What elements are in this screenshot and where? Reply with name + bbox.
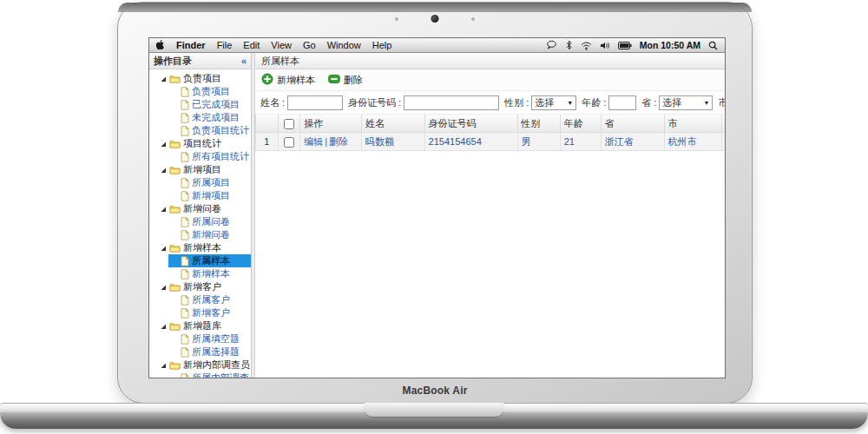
column-header[interactable]: 操作 [300, 115, 362, 133]
bluetooth-icon[interactable] [565, 40, 573, 50]
menu-item-3[interactable]: View [271, 40, 292, 50]
tree-item[interactable]: 所属内部调查员 [149, 372, 251, 378]
delete-button[interactable]: 删除 [328, 74, 363, 87]
tree-item[interactable]: 负责项目 [149, 85, 251, 98]
add-icon [261, 73, 273, 87]
row-number: 1 [256, 133, 279, 151]
tree-item[interactable]: 新增项目 [149, 189, 251, 202]
tree-item[interactable]: 所有项目统计 [149, 150, 251, 163]
screen: FinderFileEditViewGoWindowHelp Mon 10:50… [148, 37, 726, 378]
filter-bar: 姓名:身份证号码:性别:选择▼年龄:省:选择▼市:选择▼区:选择▼ [255, 91, 725, 115]
delete-link[interactable]: 删除 [329, 136, 348, 147]
tree-group[interactable]: 新增问卷 [149, 202, 251, 215]
tree-item[interactable]: 未完成项目 [149, 111, 251, 124]
filter-5: 市:选择▼ [718, 95, 725, 110]
tree-item-selected[interactable]: 所属样本 [168, 254, 251, 267]
filter-select-2[interactable]: 选择▼ [531, 95, 576, 110]
add-sample-button[interactable]: 新增样本 [261, 73, 315, 87]
row-checkbox[interactable] [284, 137, 294, 148]
camera-dot-left [395, 17, 398, 21]
camera-dot-right [471, 17, 475, 21]
tree-group[interactable]: 新增内部调查员 [149, 358, 251, 372]
filter-input-0[interactable] [287, 95, 343, 110]
chat-icon[interactable] [546, 40, 557, 50]
menu-bar: FinderFileEditViewGoWindowHelp Mon 10:50… [149, 38, 725, 53]
tree-item[interactable]: 新增样本 [149, 267, 251, 280]
column-header[interactable]: 身份证号码 [424, 115, 517, 133]
row-checkbox-cell [278, 133, 300, 151]
tree-group[interactable]: 项目统计 [149, 137, 251, 150]
column-header[interactable]: 区 [721, 115, 725, 133]
filter-3: 年龄: [582, 95, 636, 110]
table-row: 1编辑|删除吗数额2154154654男21浙江省杭州市市辖区 [256, 133, 726, 151]
tree-group-label: 新增题库 [183, 319, 221, 332]
column-header[interactable]: 市 [664, 115, 721, 133]
tree-item-label: 新增问卷 [192, 228, 230, 241]
brand-label: MacBook Air [118, 385, 752, 397]
tree-group[interactable]: 新增项目 [149, 163, 251, 176]
tree-item[interactable]: 所属问卷 [149, 215, 251, 228]
column-header[interactable]: 姓名 [361, 115, 424, 133]
apple-menu-icon[interactable] [156, 40, 166, 51]
tree-item-label: 负责项目统计 [192, 124, 249, 137]
webcam [431, 15, 439, 23]
rownum-header [256, 115, 279, 133]
filter-label: 性别 [504, 96, 523, 109]
menu-item-1[interactable]: File [217, 40, 233, 50]
tree-group[interactable]: 新增样本 [149, 241, 251, 254]
tree-item-label: 未完成项目 [192, 111, 240, 124]
column-header[interactable]: 省 [601, 115, 664, 133]
spotlight-icon[interactable] [708, 41, 718, 50]
tree-item[interactable]: 新增问卷 [149, 228, 251, 241]
menu-item-5[interactable]: Window [327, 40, 361, 50]
filter-label: 身份证号码 [348, 96, 396, 109]
data-cell: 男 [517, 133, 560, 151]
edit-link[interactable]: 编辑 [304, 136, 323, 147]
tree-item-label: 所属问卷 [192, 215, 230, 228]
wifi-icon[interactable] [581, 41, 592, 50]
filter-label: 姓名 [260, 96, 279, 109]
tree-item[interactable]: 所属选择题 [149, 345, 251, 358]
filter-label: 市 [718, 96, 725, 109]
tree-item[interactable]: 所属填空题 [149, 332, 251, 345]
menu-item-4[interactable]: Go [303, 40, 316, 50]
select-all-cell [278, 115, 300, 133]
tree-item[interactable]: 已完成项目 [149, 98, 251, 111]
tree-item[interactable]: 所属项目 [149, 176, 251, 189]
macbook-mockup: FinderFileEditViewGoWindowHelp Mon 10:50… [0, 0, 868, 434]
data-cell: 2154154654 [424, 133, 517, 151]
battery-icon[interactable] [618, 42, 632, 49]
sidebar-header: 操作目录 « [149, 53, 251, 69]
column-header[interactable]: 性别 [517, 115, 560, 133]
tree-group[interactable]: 新增题库 [149, 319, 251, 332]
filter-input-1[interactable] [404, 95, 499, 110]
data-cell: 杭州市 [664, 133, 721, 151]
column-header[interactable]: 年龄 [560, 115, 601, 133]
tree-item[interactable]: 所属客户 [149, 293, 251, 306]
tree-item-label: 所属选择题 [192, 345, 240, 358]
filter-0: 姓名: [260, 95, 343, 110]
select-value: 选择 [662, 96, 681, 109]
filter-label: 年龄 [582, 96, 601, 109]
volume-icon[interactable] [600, 41, 610, 50]
tree-item[interactable]: 新增客户 [149, 306, 251, 319]
menu-item-6[interactable]: Help [372, 40, 392, 50]
menu-item-0[interactable]: Finder [176, 40, 206, 50]
select-all-checkbox[interactable] [284, 119, 294, 129]
tree-group-label: 新增样本 [183, 241, 221, 254]
menu-item-2[interactable]: Edit [243, 40, 260, 50]
delete-icon [328, 74, 340, 86]
tree-item[interactable]: 负责项目统计 [149, 124, 251, 137]
tree-item-label: 所属样本 [192, 254, 230, 267]
tree-item-label: 负责项目 [192, 85, 230, 98]
tree-group-label: 项目统计 [183, 137, 221, 150]
filter-select-4[interactable]: 选择▼ [659, 95, 713, 110]
filter-label: 省 [641, 96, 651, 109]
filter-input-3[interactable] [608, 95, 636, 110]
sidebar-collapse-button[interactable]: « [241, 56, 247, 66]
tree-item-label: 所属项目 [192, 176, 230, 189]
menu-clock[interactable]: Mon 10:50 AM [640, 40, 700, 50]
tree-group[interactable]: 负责项目 [149, 72, 251, 85]
tree-group[interactable]: 新增客户 [149, 280, 251, 293]
data-cell: 市辖区 [721, 133, 725, 151]
